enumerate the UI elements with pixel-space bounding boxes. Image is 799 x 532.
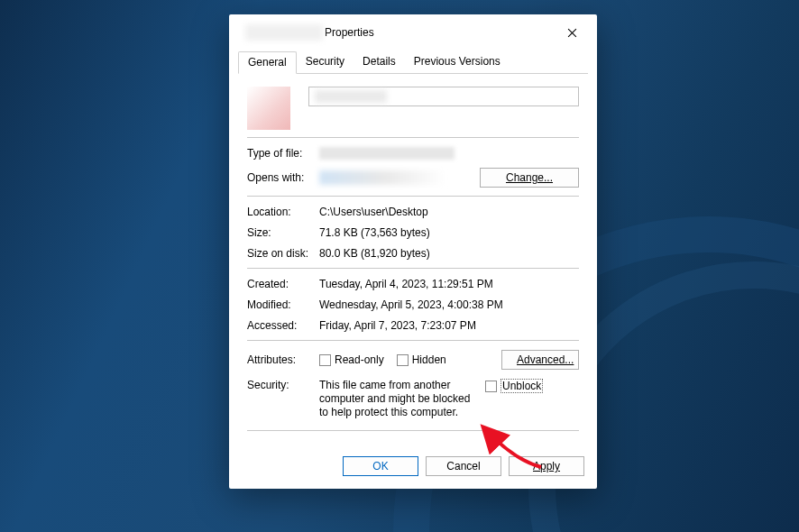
tab-security[interactable]: Security bbox=[297, 51, 354, 74]
ok-button[interactable]: OK bbox=[343, 456, 418, 476]
separator bbox=[247, 196, 579, 197]
size-on-disk-label: Size on disk: bbox=[247, 247, 319, 260]
advanced-button[interactable]: Advanced... bbox=[501, 350, 579, 370]
opens-with-value-redacted bbox=[319, 170, 445, 185]
tab-strip: General Security Details Previous Versio… bbox=[238, 50, 588, 74]
hidden-label: Hidden bbox=[412, 353, 446, 366]
separator bbox=[247, 268, 579, 269]
close-button[interactable] bbox=[554, 20, 590, 45]
filename-redacted bbox=[245, 24, 323, 41]
readonly-checkbox[interactable]: Read-only bbox=[319, 353, 384, 366]
checkbox-icon bbox=[485, 381, 497, 392]
unblock-checkbox[interactable]: Unblock bbox=[485, 379, 543, 393]
attributes-row: Attributes: Read-only Hidden Advanced... bbox=[247, 350, 579, 370]
opens-with-label: Opens with: bbox=[247, 171, 319, 184]
size-label: Size: bbox=[247, 226, 319, 239]
created-label: Created: bbox=[247, 278, 319, 290]
properties-dialog: Properties General Security Details Prev… bbox=[229, 14, 597, 489]
unblock-label: Unblock bbox=[501, 379, 543, 393]
name-row bbox=[247, 87, 579, 130]
location-value: C:\Users\user\Desktop bbox=[319, 206, 579, 218]
created-value: Tuesday, April 4, 2023, 11:29:51 PM bbox=[319, 278, 579, 290]
readonly-label: Read-only bbox=[335, 353, 384, 366]
opens-with-row: Opens with: Change... bbox=[247, 168, 579, 188]
security-text: This file came from another computer and… bbox=[319, 379, 480, 419]
accessed-value: Friday, April 7, 2023, 7:23:07 PM bbox=[319, 319, 579, 332]
tab-content: Type of file: Opens with: Change... Loca… bbox=[229, 74, 597, 447]
change-button[interactable]: Change... bbox=[480, 168, 579, 188]
close-icon bbox=[567, 28, 577, 38]
size-value: 71.8 KB (73,563 bytes) bbox=[319, 226, 579, 239]
modified-label: Modified: bbox=[247, 298, 319, 311]
modified-value: Wednesday, April 5, 2023, 4:00:38 PM bbox=[319, 298, 579, 311]
accessed-label: Accessed: bbox=[247, 319, 319, 332]
separator bbox=[247, 137, 579, 138]
checkbox-icon bbox=[397, 354, 409, 366]
cancel-button[interactable]: Cancel bbox=[426, 456, 501, 476]
security-row: Security: This file came from another co… bbox=[247, 379, 579, 419]
separator bbox=[247, 340, 579, 341]
filename-field[interactable] bbox=[308, 87, 579, 106]
separator bbox=[247, 430, 579, 431]
location-label: Location: bbox=[247, 206, 319, 218]
titlebar: Properties bbox=[229, 14, 597, 49]
dialog-footer: OK Cancel Apply bbox=[229, 447, 597, 489]
tab-details[interactable]: Details bbox=[354, 51, 405, 74]
type-value-redacted bbox=[319, 147, 455, 160]
security-label: Security: bbox=[247, 379, 319, 391]
tab-previous-versions[interactable]: Previous Versions bbox=[405, 51, 510, 74]
file-icon bbox=[247, 87, 290, 130]
type-of-file-label: Type of file: bbox=[247, 147, 319, 160]
checkbox-icon bbox=[319, 354, 331, 366]
hidden-checkbox[interactable]: Hidden bbox=[397, 353, 446, 366]
type-row: Type of file: bbox=[247, 147, 579, 160]
attributes-label: Attributes: bbox=[247, 353, 319, 366]
tab-general[interactable]: General bbox=[238, 51, 297, 74]
window-title: Properties bbox=[325, 26, 374, 39]
size-on-disk-value: 80.0 KB (81,920 bytes) bbox=[319, 247, 579, 260]
filename-value-redacted bbox=[315, 90, 387, 103]
apply-button[interactable]: Apply bbox=[509, 456, 584, 476]
